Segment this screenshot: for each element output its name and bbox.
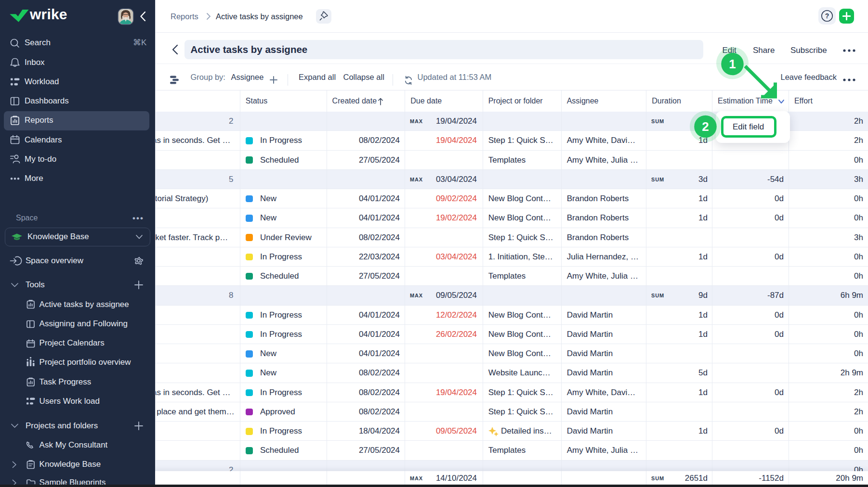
svg-text:1: 1 bbox=[729, 57, 736, 71]
svg-text:2: 2 bbox=[702, 119, 709, 134]
svg-text:?: ? bbox=[825, 12, 829, 20]
